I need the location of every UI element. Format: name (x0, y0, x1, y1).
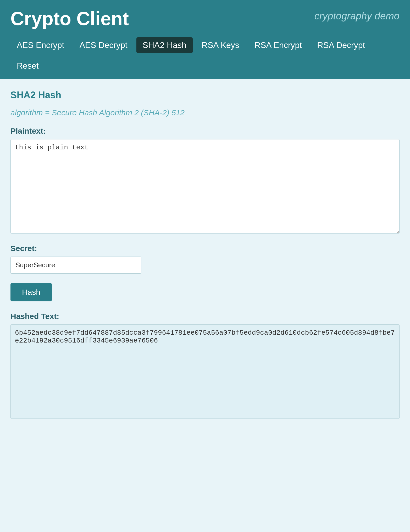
tab-rsa-encrypt[interactable]: RSA Encrypt (248, 37, 308, 53)
hash-button[interactable]: Hash (10, 283, 52, 301)
tab-rsa-keys[interactable]: RSA Keys (195, 37, 246, 53)
plaintext-label: Plaintext: (10, 127, 400, 135)
tab-aes-encrypt[interactable]: AES Encrypt (10, 37, 70, 53)
section-divider (10, 104, 400, 104)
app-title: Crypto Client (10, 8, 129, 29)
hashed-text-textarea[interactable]: 6b452aedc38d9ef7dd647887d85dcca3f7996417… (10, 324, 400, 419)
algorithm-label: algorithm = Secure Hash Algorithm 2 (SHA… (10, 108, 400, 117)
header: Crypto Client cryptography demo AES Encr… (0, 0, 410, 79)
secret-input[interactable] (10, 257, 141, 274)
app-subtitle: cryptography demo (314, 8, 400, 22)
plaintext-textarea[interactable]: this is plain text (10, 139, 400, 234)
tab-sha2-hash[interactable]: SHA2 Hash (136, 37, 193, 53)
nav-tabs: AES Encrypt AES Decrypt SHA2 Hash RSA Ke… (10, 37, 400, 74)
main-content: SHA2 Hash algorithm = Secure Hash Algori… (0, 79, 410, 430)
section-title: SHA2 Hash (10, 90, 400, 101)
header-top: Crypto Client cryptography demo (10, 8, 400, 29)
reset-button[interactable]: Reset (10, 58, 45, 74)
hashed-text-label: Hashed Text: (10, 312, 400, 321)
secret-label: Secret: (10, 244, 400, 253)
tab-aes-decrypt[interactable]: AES Decrypt (73, 37, 134, 53)
tab-rsa-decrypt[interactable]: RSA Decrypt (311, 37, 371, 53)
